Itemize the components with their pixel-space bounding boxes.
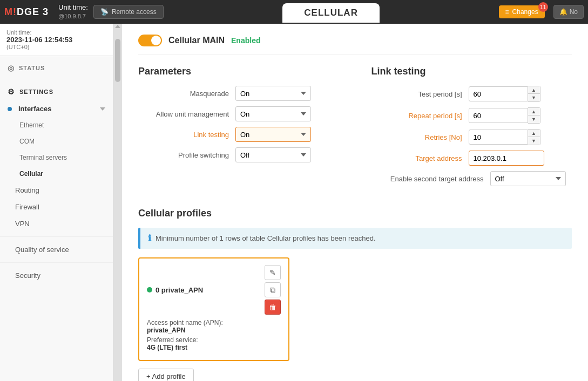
cellular-tab[interactable]: CELLULAR (282, 3, 380, 23)
retries-down[interactable]: ▼ (528, 137, 540, 145)
link-testing-col: Link testing Test period [s] 60 ▲ ▼ Repe… (371, 66, 572, 192)
retries-up[interactable]: ▲ (528, 130, 540, 137)
status-label: STATUS (19, 65, 45, 71)
toggle-background[interactable] (138, 35, 162, 46)
sidebar-item-qos[interactable]: Quality of service (0, 241, 113, 258)
notification-button[interactable]: 🔔 No (553, 5, 584, 19)
second-target-select[interactable]: Off On (490, 171, 566, 186)
sidebar-item-routing[interactable]: Routing (0, 182, 113, 199)
repeat-period-input[interactable]: 60 (469, 108, 528, 123)
link-testing-select[interactable]: On Off (235, 127, 311, 142)
sidebar-item-vpn[interactable]: VPN (0, 215, 113, 232)
profile-card: 0 private_APN ✎ ⧉ 🗑 Access point name (A… (138, 257, 289, 361)
retries-row: Retries [No] 10 ▲ ▼ (371, 129, 572, 145)
sidebar-item-security[interactable]: Security (0, 267, 113, 284)
test-period-spinner-buttons: ▲ ▼ (528, 86, 540, 102)
second-target-label: Enable second target address (371, 175, 490, 183)
card-actions: ✎ ⧉ 🗑 (265, 265, 281, 315)
sidebar-scrollbar[interactable] (113, 24, 122, 381)
profile-status-dot (147, 287, 152, 292)
target-address-input[interactable]: 10.203.0.1 (469, 151, 544, 166)
retries-label: Retries [No] (371, 133, 469, 141)
link-testing-row: Link testing On Off (138, 127, 339, 142)
repeat-period-down[interactable]: ▼ (528, 115, 540, 123)
bell-icon: 🔔 (559, 8, 567, 16)
scroll-up-arrow[interactable] (115, 25, 120, 28)
second-target-select-wrapper: Off On (490, 171, 566, 186)
changes-button[interactable]: ≡ Changes 11 (499, 5, 545, 18)
content-area: Cellular MAIN Enabled Parameters Masquer… (122, 24, 588, 381)
status-icon: ◎ (8, 64, 15, 72)
add-profile-label: + Add profile (146, 372, 186, 380)
scroll-thumb[interactable] (115, 39, 120, 82)
test-period-up[interactable]: ▲ (528, 86, 540, 94)
device-name: Unit time: (58, 3, 88, 12)
link-testing-title: Link testing (371, 66, 572, 77)
test-period-row: Test period [s] 60 ▲ ▼ (371, 86, 572, 102)
test-period-input[interactable]: 60 (469, 86, 528, 101)
target-address-row: Target address 10.203.0.1 (371, 151, 572, 166)
device-ip: @10.9.8.7 (58, 12, 88, 20)
profile-name: 0 private_APN (147, 286, 203, 294)
sidebar-item-com[interactable]: COM (0, 133, 113, 149)
profile-header: 0 private_APN ✎ ⧉ 🗑 (147, 265, 281, 315)
add-profile-button[interactable]: + Add profile (138, 369, 194, 381)
profile-switching-select[interactable]: Off On (235, 147, 311, 162)
cellular-main-toggle[interactable] (138, 35, 162, 46)
sidebar-item-firewall[interactable]: Firewall (0, 199, 113, 215)
cellular-profiles-section: Cellular profiles ℹ Minimum number of 1 … (138, 208, 572, 381)
info-icon: ℹ (148, 233, 151, 243)
sidebar-item-terminal-servers[interactable]: Terminal servers (0, 149, 113, 166)
retries-input[interactable]: 10 (469, 130, 528, 145)
sidebar-item-settings[interactable]: ⚙ SETTINGS (0, 83, 113, 100)
profile-switching-label: Profile switching (138, 151, 235, 159)
service-value: 4G (LTE) first (147, 344, 187, 351)
allow-unit-mgmt-select-wrapper: On Off (235, 106, 311, 121)
notif-label: No (570, 8, 578, 16)
sidebar-item-interfaces[interactable]: Interfaces (0, 100, 113, 117)
changes-label: Changes (512, 8, 538, 16)
link-testing-label: Link testing (138, 131, 235, 139)
sidebar-item-ethernet[interactable]: Ethernet (0, 117, 113, 133)
allow-unit-mgmt-label: Allow unit management (138, 110, 235, 118)
sidebar-section-settings: ⚙ SETTINGS Interfaces Ethernet COM Termi… (0, 80, 113, 287)
allow-unit-mgmt-row: Allow unit management On Off (138, 106, 339, 121)
toggle-knob (151, 36, 161, 45)
edit-profile-button[interactable]: ✎ (265, 265, 281, 280)
service-label: Preferred service: (147, 336, 198, 344)
service-detail: Preferred service: 4G (LTE) first (147, 336, 281, 351)
main-layout: Unit time: 2023-11-06 12:54:53 (UTC+0) ◎… (0, 24, 588, 381)
test-period-label: Test period [s] (371, 90, 469, 98)
interfaces-dot (8, 107, 12, 111)
profile-switching-row: Profile switching Off On (138, 147, 339, 162)
test-period-down[interactable]: ▼ (528, 94, 540, 101)
info-banner: ℹ Minimum number of 1 rows of table Cell… (138, 228, 572, 249)
remote-access-button[interactable]: 📡 Remote access (93, 5, 164, 19)
interfaces-chevron (100, 107, 105, 111)
sidebar-item-cellular[interactable]: Cellular (0, 166, 113, 182)
repeat-period-up[interactable]: ▲ (528, 108, 540, 115)
cellular-profiles-title: Cellular profiles (138, 208, 572, 219)
second-target-row: Enable second target address Off On (371, 171, 572, 186)
repeat-period-label: Repeat period [s] (371, 112, 469, 120)
unit-time-value: 2023-11-06 12:54:53 (6, 36, 106, 44)
unit-timezone: (UTC+0) (6, 44, 106, 50)
logo: M!DGE 3 (0, 6, 53, 18)
target-address-label: Target address (371, 154, 469, 162)
copy-profile-button[interactable]: ⧉ (265, 282, 281, 297)
profile-switching-select-wrapper: Off On (235, 147, 311, 162)
sidebar: Unit time: 2023-11-06 12:54:53 (UTC+0) ◎… (0, 24, 113, 381)
test-period-spinner: 60 ▲ ▼ (469, 86, 540, 102)
repeat-period-row: Repeat period [s] 60 ▲ ▼ (371, 107, 572, 124)
cellular-tab-label: CELLULAR (304, 8, 358, 18)
allow-unit-mgmt-select[interactable]: On Off (235, 106, 311, 121)
sidebar-item-status[interactable]: ◎ STATUS (0, 59, 113, 77)
apn-detail: Access point name (APN): private_APN (147, 319, 281, 334)
repeat-period-spinner: 60 ▲ ▼ (469, 107, 540, 124)
masquerade-label: Masquerade (138, 90, 235, 98)
apn-label: Access point name (APN): (147, 319, 223, 326)
unit-time-label: Unit time: (6, 29, 106, 36)
sidebar-section-status: ◎ STATUS (0, 56, 113, 80)
masquerade-select[interactable]: On Off (235, 86, 311, 101)
delete-profile-button[interactable]: 🗑 (265, 300, 281, 315)
